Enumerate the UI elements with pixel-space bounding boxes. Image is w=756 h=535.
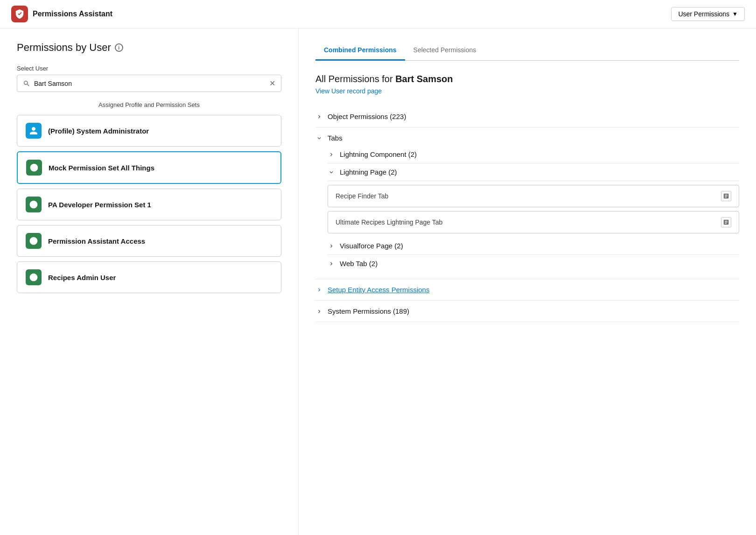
app-icon (11, 6, 28, 22)
shield-icon (14, 9, 25, 19)
pset-item-perm-asst-access[interactable]: Permission Assistant Access (17, 225, 281, 257)
pset-name-recipes-admin: Recipes Admin User (48, 274, 116, 282)
section-system-permissions: System Permissions (189) (315, 301, 739, 322)
pset-name-perm-asst: Permission Assistant Access (48, 237, 145, 245)
right-panel: Combined Permissions Selected Permission… (299, 28, 756, 535)
tabs-section-header[interactable]: Tabs (315, 134, 739, 142)
pset-icon-recipes (26, 269, 42, 285)
pset-icon-mock (26, 160, 42, 176)
recipe-finder-label: Recipe Finder Tab (336, 192, 388, 200)
pset-item-pa-dev-perm-set[interactable]: PA Developer Permission Set 1 (17, 189, 281, 220)
view-user-record-link[interactable]: View User record page (315, 87, 382, 95)
tab-item-ultimate-recipes: Ultimate Recipes Lightning Page Tab (328, 211, 739, 233)
left-panel: Permissions by User i Select User ✕ Assi… (0, 28, 299, 535)
setup-entity-label: Setup Entity Access Permissions (328, 286, 429, 294)
system-permissions-label: System Permissions (189) (328, 307, 409, 315)
lightning-page-header[interactable]: Lightning Page (2) (328, 163, 739, 181)
object-permissions-header[interactable]: Object Permissions (223) (315, 113, 739, 120)
tabs-sub-accordion: Lightning Component (2) Lightning Page (… (315, 146, 739, 272)
user-permissions-dropdown[interactable]: User Permissions ▼ (671, 7, 745, 21)
chevron-right-web-tab (328, 260, 335, 268)
section-setup-entity: Setup Entity Access Permissions (315, 279, 739, 301)
chevron-right-icon (315, 113, 323, 120)
chevron-right-system-perms (315, 308, 323, 315)
chevron-right-lightning-component (328, 151, 335, 158)
tab-item-recipe-finder: Recipe Finder Tab (328, 185, 739, 207)
web-tab-label: Web Tab (2) (340, 260, 378, 268)
header-left: Permissions Assistant (11, 6, 112, 22)
chevron-down-icon-tabs (315, 134, 323, 142)
profile-icon-container (26, 123, 42, 139)
tab-item-icon-recipe (721, 191, 731, 201)
web-tab-header[interactable]: Web Tab (2) (328, 255, 739, 272)
pset-item-recipes-admin[interactable]: Recipes Admin User (17, 261, 281, 293)
app-header: Permissions Assistant User Permissions ▼ (0, 0, 756, 28)
permission-tabs: Combined Permissions Selected Permission… (315, 42, 739, 61)
section-tabs: Tabs Lightning Component (2) (315, 127, 739, 279)
chevron-down-icon: ▼ (732, 11, 738, 17)
user-name: Bart Samson (395, 74, 453, 84)
page-title: Permissions by User i (17, 42, 281, 54)
setup-entity-header[interactable]: Setup Entity Access Permissions (315, 286, 739, 294)
lightning-component-label: Lightning Component (2) (340, 150, 417, 158)
search-input[interactable] (34, 80, 269, 87)
search-box: ✕ (17, 75, 281, 92)
main-container: Permissions by User i Select User ✕ Assi… (0, 28, 756, 535)
ultimate-recipes-label: Ultimate Recipes Lightning Page Tab (336, 218, 442, 226)
info-icon[interactable]: i (115, 43, 123, 52)
pset-icon-svg-pa (29, 200, 38, 209)
pset-name-mock-perm-all-things: Mock Permission Set All Things (49, 164, 154, 172)
tab-selected-permissions[interactable]: Selected Permissions (405, 42, 485, 61)
pset-icon-svg (29, 163, 39, 172)
chevron-right-visualforce (328, 242, 335, 250)
pset-icon-pa-dev (26, 197, 42, 212)
visualforce-page-label: Visualforce Page (2) (340, 242, 403, 250)
lightning-page-section: Lightning Page (2) Recipe Finder Tab Ult… (328, 163, 739, 233)
pset-name-pa-dev: PA Developer Permission Set 1 (48, 201, 151, 209)
pset-icon-svg-recipes (29, 273, 38, 282)
tab-combined-permissions[interactable]: Combined Permissions (315, 42, 405, 61)
pset-item-mock-perm-all-things[interactable]: Mock Permission Set All Things (17, 151, 281, 184)
chevron-down-lightning-page (328, 169, 335, 176)
lightning-page-items: Recipe Finder Tab Ultimate Recipes Light… (328, 185, 739, 233)
search-icon (23, 80, 30, 87)
clear-search-icon[interactable]: ✕ (269, 79, 275, 88)
lightning-page-label: Lightning Page (2) (340, 168, 397, 176)
pset-item-profile-sys-admin[interactable]: (Profile) System Administrator (17, 115, 281, 147)
visualforce-page-header[interactable]: Visualforce Page (2) (328, 237, 739, 255)
select-user-label: Select User (17, 65, 281, 72)
pset-name-profile-sys-admin: (Profile) System Administrator (48, 127, 149, 135)
system-permissions-header[interactable]: System Permissions (189) (315, 307, 739, 315)
dropdown-label: User Permissions (678, 10, 729, 18)
lightning-component-header[interactable]: Lightning Component (2) (328, 146, 739, 163)
tabs-section-label: Tabs (328, 134, 343, 142)
chevron-right-setup-entity (315, 286, 323, 294)
permissions-heading: All Permissions for Bart Samson (315, 74, 739, 84)
permission-set-list: (Profile) System Administrator Mock Perm… (17, 115, 281, 293)
assigned-label: Assigned Profile and Permission Sets (17, 101, 281, 108)
pset-icon-svg-asst (29, 236, 38, 246)
section-object-permissions: Object Permissions (223) (315, 106, 739, 127)
tab-item-icon-ultimate (721, 217, 731, 227)
pset-icon-perm-asst (26, 233, 42, 249)
person-icon (29, 126, 38, 135)
object-permissions-label: Object Permissions (223) (328, 113, 406, 120)
app-title: Permissions Assistant (33, 10, 112, 18)
